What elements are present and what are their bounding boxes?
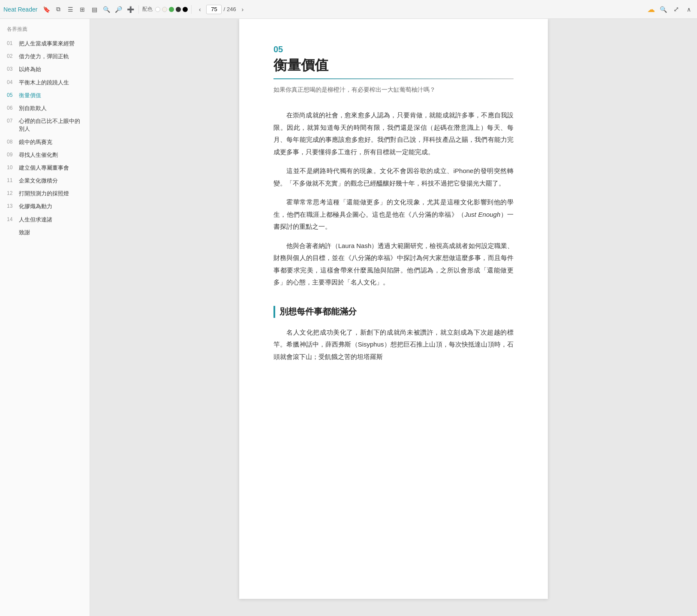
sidebar-num-04: 04 — [7, 79, 16, 86]
sidebar-label-02: 借力使力，彈回正軌 — [19, 53, 83, 60]
section-title: 別想每件事都能滿分 — [279, 306, 357, 317]
sidebar-num-05: 05 — [7, 92, 16, 99]
sidebar-num-14: 14 — [7, 216, 16, 223]
sidebar-label-12: 打開預測力的採照燈 — [19, 190, 83, 197]
body-paragraph-1: 在崇尚成就的社會，愈來愈多人認為，只要肯做，就能成就許多事，不應自我設限。因此，… — [273, 109, 514, 158]
sidebar-num-07: 07 — [7, 117, 16, 125]
page-input[interactable] — [206, 5, 222, 14]
italic-text: Just Enough — [465, 211, 501, 218]
sidebar-num-02: 02 — [7, 53, 16, 60]
sidebar-label-06: 別自欺欺人 — [19, 105, 83, 112]
sidebar-item-06[interactable]: 06 別自欺欺人 — [0, 102, 90, 115]
sidebar-item-12[interactable]: 12 打開預測力的採照燈 — [0, 187, 90, 200]
sidebar-num-08: 08 — [7, 138, 16, 146]
sidebar-label-08: 鏡中的馬賽克 — [19, 138, 83, 146]
divider-2 — [191, 5, 192, 14]
page-separator: / — [223, 6, 225, 12]
more-icon[interactable]: ∧ — [684, 5, 694, 14]
sidebar-item-01[interactable]: 01 把人生當成事業來經營 — [0, 37, 90, 50]
color-cream[interactable] — [162, 7, 167, 12]
prev-page-icon[interactable]: ‹ — [195, 5, 204, 14]
sidebar-label-10: 建立個人專屬董事會 — [19, 164, 83, 172]
search-icon[interactable]: 🔍 — [102, 5, 111, 14]
sidebar-item-09[interactable]: 09 尋找人生催化劑 — [0, 149, 90, 161]
cloud-icon[interactable]: ☁ — [647, 5, 655, 14]
color-white[interactable] — [155, 7, 160, 12]
search-zoom-icon[interactable]: 🔎 — [114, 5, 123, 14]
sidebar-section-header: 各界推薦 — [0, 26, 90, 37]
sidebar-num-01: 01 — [7, 40, 16, 47]
sidebar-item-05[interactable]: 05 衡量價值 — [0, 89, 90, 102]
main-layout: 各界推薦 01 把人生當成事業來經營 02 借力使力，彈回正軌 03 以終為始 … — [0, 19, 697, 616]
menu-icon[interactable]: ☰ — [66, 5, 75, 14]
divider-1 — [138, 5, 139, 14]
toolbar: Neat Reader 🔖 ⧉ ☰ ⊞ ▤ 🔍 🔎 ➕ 配色 ‹ / 246 ›… — [0, 0, 697, 19]
chapter-divider — [273, 78, 514, 79]
sidebar-item-03[interactable]: 03 以終為始 — [0, 63, 90, 76]
sidebar-label-04: 平衡木上的蹺蹺人生 — [19, 79, 83, 87]
body-paragraph-4: 他與合著者納許（Laura Nash）透過大範圍研究，檢視高成就者如何設定職業、… — [273, 240, 514, 289]
sidebar-item-11[interactable]: 11 企業文化微積分 — [0, 174, 90, 187]
grid-icon[interactable]: ⊞ — [78, 5, 87, 14]
search-right-icon[interactable]: 🔍 — [658, 5, 668, 14]
sidebar-item-08[interactable]: 08 鏡中的馬賽克 — [0, 136, 90, 149]
copy-icon[interactable]: ⧉ — [54, 5, 63, 14]
sidebar-label-03: 以終為始 — [19, 66, 83, 73]
bookmark-icon[interactable]: 🔖 — [42, 5, 51, 14]
sidebar-label-ack: 致謝 — [19, 229, 83, 236]
section-header: 別想每件事都能滿分 — [273, 306, 514, 318]
sidebar-label-11: 企業文化微積分 — [19, 177, 83, 185]
sidebar-label-01: 把人生當成事業來經營 — [19, 40, 83, 48]
color-black[interactable] — [183, 7, 188, 12]
sidebar-num-11: 11 — [7, 177, 16, 184]
sidebar-num-06: 06 — [7, 105, 16, 112]
chapter-title: 衡量價值 — [273, 56, 514, 75]
content-area: 05 衡量價值 如果你真正想喝的是柳橙汁，有必要榨出一大缸葡萄柚汁嗎？ 在崇尚成… — [90, 19, 697, 616]
sidebar-item-04[interactable]: 04 平衡木上的蹺蹺人生 — [0, 76, 90, 89]
sidebar-label-14: 人生但求達諸 — [19, 216, 83, 224]
page-total: 246 — [227, 6, 236, 12]
sidebar-item-02[interactable]: 02 借力使力，彈回正軌 — [0, 50, 90, 63]
sidebar-num-09: 09 — [7, 151, 16, 158]
app-name: Neat Reader — [3, 6, 37, 13]
next-page-icon[interactable]: › — [238, 5, 247, 14]
sidebar-item-07[interactable]: 07 心裡的自己比不上眼中的別人 — [0, 115, 90, 135]
add-icon[interactable]: ➕ — [126, 5, 135, 14]
toolbar-right: ☁ 🔍 ⤢ ∧ — [647, 5, 694, 14]
sidebar-label-07: 心裡的自己比不上眼中的別人 — [19, 117, 83, 133]
sidebar-num-10: 10 — [7, 164, 16, 171]
body-paragraph-3: 霍華常常思考這種「還能做更多」的文化現象，尤其是這種文化影響到他的學生，他們在職… — [273, 196, 514, 233]
section-bar — [273, 306, 275, 318]
sidebar-item-14[interactable]: 14 人生但求達諸 — [0, 213, 90, 226]
sidebar-num-13: 13 — [7, 203, 16, 210]
sidebar-label-05: 衡量價值 — [19, 92, 83, 99]
sidebar-num-12: 12 — [7, 190, 16, 197]
sidebar-label-09: 尋找人生催化劑 — [19, 151, 83, 159]
sidebar-item-acknowledgement[interactable]: 致謝 — [0, 226, 90, 239]
book-page: 05 衡量價值 如果你真正想喝的是柳橙汁，有必要榨出一大缸葡萄柚汁嗎？ 在崇尚成… — [239, 19, 548, 599]
page-navigation: ‹ / 246 › — [195, 5, 247, 14]
color-green[interactable] — [169, 7, 174, 12]
color-picker — [155, 7, 188, 12]
sidebar-item-13[interactable]: 13 化膠熾為動力 — [0, 200, 90, 213]
sidebar: 各界推薦 01 把人生當成事業來經營 02 借力使力，彈回正軌 03 以終為始 … — [0, 19, 90, 616]
fullscreen-icon[interactable]: ⤢ — [671, 5, 681, 14]
list-icon[interactable]: ▤ — [90, 5, 99, 14]
sidebar-item-10[interactable]: 10 建立個人專屬董事會 — [0, 161, 90, 174]
chapter-number: 05 — [273, 45, 514, 54]
color-label: 配色 — [142, 6, 153, 13]
sidebar-num-03: 03 — [7, 66, 16, 73]
chapter-subtitle: 如果你真正想喝的是柳橙汁，有必要榨出一大缸葡萄柚汁嗎？ — [273, 86, 514, 94]
section-paragraph-1: 名人文化把成功美化了，新創下的成就尚未被讚許，就立刻成為下次超越的標竿。希臘神話… — [273, 326, 514, 363]
sidebar-label-13: 化膠熾為動力 — [19, 203, 83, 210]
color-dark[interactable] — [176, 7, 181, 12]
body-paragraph-2: 這並不是網路時代獨有的現象。文化不會因谷歌的成立、iPhone的發明突然轉變。「… — [273, 165, 514, 189]
